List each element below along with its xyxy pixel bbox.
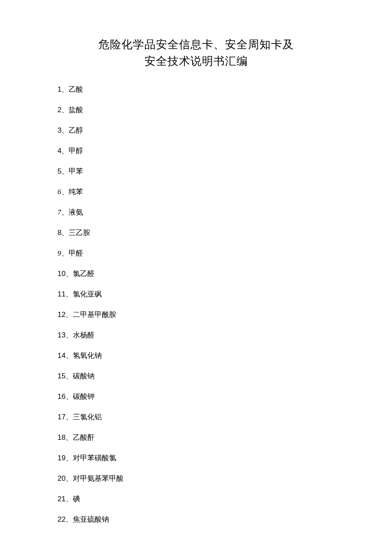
item-separator: 、 — [66, 331, 73, 339]
list-item: 17、三氯化铝 — [58, 413, 334, 421]
title-block: 危险化学品安全信息卡、安全周知卡及 安全技术说明书汇编 — [58, 36, 334, 70]
item-name: 对甲苯磺酸氯 — [73, 454, 116, 462]
item-name: 对甲氨基苯甲酸 — [73, 474, 124, 482]
item-name: 氯乙醛 — [73, 270, 95, 278]
list-item: 21、碘 — [58, 495, 334, 503]
list-item: 18、乙酸酐 — [58, 434, 334, 441]
item-separator: 、 — [66, 474, 73, 482]
item-separator: 、 — [66, 454, 73, 462]
title-line-1: 危险化学品安全信息卡、安全周知卡及 — [58, 36, 334, 53]
list-item: 2、盐酸 — [58, 106, 334, 113]
document-page: 危险化学品安全信息卡、安全周知卡及 安全技术说明书汇编 1、乙酸2、盐酸3、乙醇… — [0, 0, 392, 555]
item-separator: 、 — [66, 311, 73, 319]
item-number: 6 — [58, 188, 61, 196]
item-separator: 、 — [61, 249, 69, 257]
item-name: 乙酸 — [69, 85, 83, 93]
item-number: 10 — [58, 270, 66, 278]
item-separator: 、 — [61, 208, 69, 216]
item-name: 碳酸钠 — [73, 372, 95, 380]
list-item: 16、碳酸钾 — [58, 393, 334, 400]
item-number: 16 — [58, 392, 66, 401]
list-item: 12、二甲基甲酰胺 — [58, 311, 334, 318]
item-number: 19 — [58, 454, 66, 462]
item-separator: 、 — [66, 372, 73, 380]
list-item: 13、水杨醛 — [58, 331, 334, 339]
list-item: 11、氯化亚砜 — [58, 291, 334, 298]
item-name: 碳酸钾 — [73, 392, 95, 401]
title-line-2: 安全技术说明书汇编 — [58, 53, 334, 70]
item-name: 纯苯 — [69, 188, 83, 196]
item-separator: 、 — [66, 433, 73, 442]
list-item: 7、液氨 — [58, 209, 334, 216]
list-item: 6、纯苯 — [58, 188, 334, 195]
item-name: 水杨醛 — [73, 331, 95, 339]
list-item: 20、对甲氨基苯甲酸 — [58, 475, 334, 482]
list-item: 4、甲醇 — [58, 147, 334, 154]
item-number: 9 — [58, 249, 61, 257]
list-item: 10、氯乙醛 — [58, 270, 334, 277]
item-separator: 、 — [66, 352, 73, 360]
item-separator: 、 — [66, 495, 73, 503]
item-number: 20 — [58, 474, 66, 482]
item-separator: 、 — [61, 229, 69, 237]
item-number: 14 — [58, 352, 66, 360]
item-number: 7 — [58, 208, 61, 216]
list-item: 14、氢氧化钠 — [58, 352, 334, 359]
item-number: 22 — [58, 515, 66, 523]
item-name: 液氨 — [69, 208, 83, 216]
list-item: 3、乙醇 — [58, 127, 334, 134]
list-item: 15、碳酸钠 — [58, 372, 334, 380]
item-separator: 、 — [66, 392, 73, 401]
item-number: 18 — [58, 433, 66, 442]
list-item: 5、甲苯 — [58, 168, 334, 175]
item-number: 17 — [58, 413, 66, 421]
item-number: 11 — [58, 290, 66, 298]
chemical-list: 1、乙酸2、盐酸3、乙醇4、甲醇5、甲苯6、纯苯7、液氨8、三乙胺9、甲醛10、… — [58, 86, 334, 523]
list-item: 9、甲醛 — [58, 250, 334, 257]
item-separator: 、 — [61, 167, 69, 175]
item-number: 15 — [58, 372, 66, 380]
item-separator: 、 — [61, 188, 69, 196]
item-name: 甲苯 — [69, 167, 83, 175]
list-item: 8、三乙胺 — [58, 229, 334, 236]
item-name: 氢氧化钠 — [73, 352, 102, 360]
item-separator: 、 — [61, 147, 69, 155]
item-name: 焦亚硫酸钠 — [73, 515, 109, 523]
item-name: 三氯化铝 — [73, 413, 102, 421]
item-name: 乙醇 — [69, 126, 83, 134]
item-number: 21 — [58, 495, 66, 503]
item-separator: 、 — [66, 515, 73, 523]
list-item: 1、乙酸 — [58, 86, 334, 93]
item-name: 氯化亚砜 — [73, 290, 102, 298]
item-name: 碘 — [73, 495, 80, 503]
list-item: 22、焦亚硫酸钠 — [58, 516, 334, 523]
item-separator: 、 — [66, 270, 73, 278]
list-item: 19、对甲苯磺酸氯 — [58, 454, 334, 462]
item-separator: 、 — [61, 106, 69, 114]
item-name: 乙酸酐 — [73, 433, 95, 442]
item-name: 甲醛 — [69, 249, 83, 257]
item-name: 盐酸 — [69, 106, 83, 114]
item-separator: 、 — [66, 413, 73, 421]
item-name: 甲醇 — [69, 147, 83, 155]
item-separator: 、 — [66, 290, 73, 298]
item-separator: 、 — [61, 85, 69, 93]
item-name: 二甲基甲酰胺 — [73, 311, 116, 319]
item-separator: 、 — [61, 126, 69, 134]
item-number: 12 — [58, 311, 66, 319]
item-number: 13 — [58, 331, 66, 339]
item-name: 三乙胺 — [69, 229, 90, 237]
